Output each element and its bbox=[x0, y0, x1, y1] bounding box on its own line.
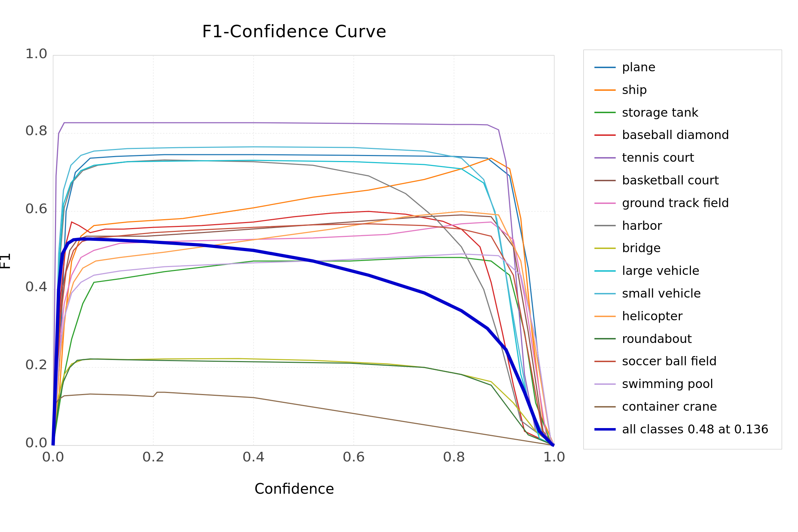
legend-label-5: basketball court bbox=[622, 170, 719, 191]
legend-line-13 bbox=[594, 361, 616, 362]
legend-item-roundabout: roundabout bbox=[594, 329, 771, 349]
legend-label-11: helicopter bbox=[622, 306, 683, 327]
legend-line-7 bbox=[594, 225, 616, 226]
legend-label-13: soccer ball field bbox=[622, 351, 717, 372]
legend-item-harbor: harbor bbox=[594, 216, 771, 236]
legend-label-4: tennis court bbox=[622, 148, 694, 168]
svg-text:0.2: 0.2 bbox=[142, 449, 165, 465]
legend-item-baseball-diamond: baseball diamond bbox=[594, 125, 771, 145]
svg-rect-0 bbox=[53, 55, 554, 445]
legend-item-large-vehicle: large vehicle bbox=[594, 261, 771, 281]
legend-label-12: roundabout bbox=[622, 329, 692, 349]
legend-label-1: ship bbox=[622, 80, 647, 100]
legend-label-14: swimming pool bbox=[622, 374, 713, 394]
plot-svg: 0.0 0.2 0.4 0.6 0.8 1.0 0.0 0.2 0.4 0.6 … bbox=[16, 48, 573, 474]
legend-label-8: bridge bbox=[622, 238, 661, 259]
legend-item-small-vehicle: small vehicle bbox=[594, 283, 771, 304]
legend-label-7: harbor bbox=[622, 216, 662, 236]
svg-text:1.0: 1.0 bbox=[25, 48, 48, 61]
legend: planeshipstorage tankbaseball diamondten… bbox=[583, 50, 782, 449]
chart-container: F1-Confidence Curve F1 bbox=[9, 7, 789, 525]
legend-item-ship: ship bbox=[594, 80, 771, 100]
legend-line-9 bbox=[594, 270, 616, 272]
svg-text:0.4: 0.4 bbox=[242, 449, 265, 465]
legend-label-9: large vehicle bbox=[622, 261, 699, 281]
legend-line-1 bbox=[594, 89, 616, 91]
legend-item-soccer-ball-field: soccer ball field bbox=[594, 351, 771, 372]
legend-line-15 bbox=[594, 406, 616, 408]
legend-item-basketball-court: basketball court bbox=[594, 170, 771, 191]
legend-label-6: ground track field bbox=[622, 193, 729, 214]
legend-line-11 bbox=[594, 316, 616, 317]
y-axis-label: F1 bbox=[0, 253, 13, 270]
svg-text:0.0: 0.0 bbox=[42, 449, 64, 465]
chart-title: F1-Confidence Curve bbox=[16, 21, 573, 41]
legend-line-3 bbox=[594, 134, 616, 136]
svg-text:0.6: 0.6 bbox=[25, 201, 48, 216]
legend-item-tennis-court: tennis court bbox=[594, 148, 771, 168]
legend-line-5 bbox=[594, 180, 616, 181]
legend-item-ground-track-field: ground track field bbox=[594, 193, 771, 214]
legend-line-8 bbox=[594, 248, 616, 249]
svg-text:1.0: 1.0 bbox=[543, 449, 565, 465]
legend-item-helicopter: helicopter bbox=[594, 306, 771, 327]
svg-text:0.6: 0.6 bbox=[343, 449, 365, 465]
legend-label-16: all classes 0.48 at 0.136 bbox=[622, 419, 769, 440]
legend-line-0 bbox=[594, 67, 616, 68]
legend-label-2: storage tank bbox=[622, 102, 698, 123]
legend-line-4 bbox=[594, 157, 616, 159]
legend-line-10 bbox=[594, 293, 616, 294]
svg-text:0.8: 0.8 bbox=[443, 449, 465, 465]
legend-item-plane: plane bbox=[594, 57, 771, 78]
legend-item-storage-tank: storage tank bbox=[594, 102, 771, 123]
legend-label-15: container crane bbox=[622, 397, 717, 417]
svg-text:0.4: 0.4 bbox=[25, 279, 48, 294]
legend-item-swimming-pool: swimming pool bbox=[594, 374, 771, 394]
legend-line-6 bbox=[594, 203, 616, 204]
legend-label-10: small vehicle bbox=[622, 283, 701, 304]
svg-text:0.8: 0.8 bbox=[25, 123, 48, 138]
chart-area: F1-Confidence Curve F1 bbox=[16, 21, 573, 474]
legend-item-container-crane: container crane bbox=[594, 397, 771, 417]
legend-line-2 bbox=[594, 112, 616, 113]
svg-text:0.2: 0.2 bbox=[25, 357, 48, 372]
legend-line-14 bbox=[594, 383, 616, 385]
x-axis-label: Confidence bbox=[16, 481, 573, 497]
legend-label-3: baseball diamond bbox=[622, 125, 729, 145]
svg-text:0.0: 0.0 bbox=[25, 435, 48, 450]
legend-line-16 bbox=[594, 428, 616, 431]
legend-label-0: plane bbox=[622, 57, 655, 78]
legend-item-all-classes-0.48-at-0.136: all classes 0.48 at 0.136 bbox=[594, 419, 771, 440]
plot-wrapper: F1 0 bbox=[16, 48, 573, 474]
legend-line-12 bbox=[594, 338, 616, 339]
legend-item-bridge: bridge bbox=[594, 238, 771, 259]
